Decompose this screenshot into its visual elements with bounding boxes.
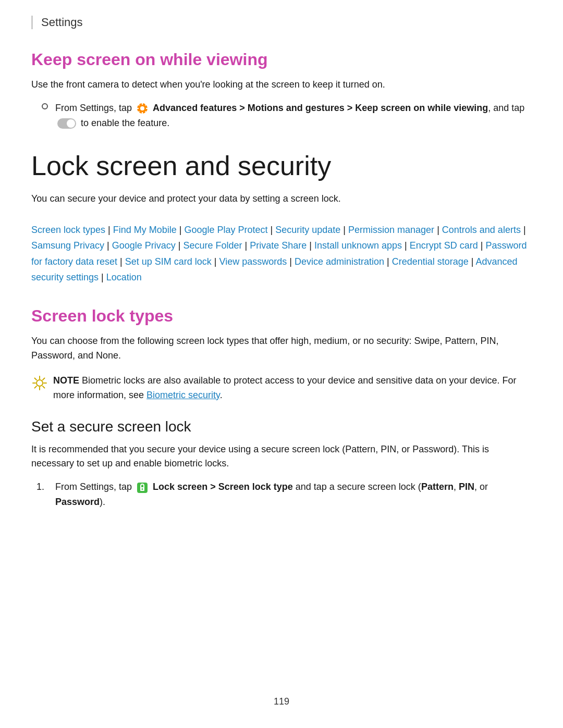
step1-prefix: From Settings, tap	[55, 482, 134, 492]
toc-security-update[interactable]: Security update	[275, 225, 340, 235]
keep-screen-bullet-list: From Settings, tap Advanced features > M…	[42, 101, 532, 131]
toc-permission-manager[interactable]: Permission manager	[348, 225, 434, 235]
set-secure-steps: From Settings, tap Lock screen > Screen …	[36, 479, 532, 510]
svg-line-8	[43, 386, 45, 388]
toc-screen-lock-types[interactable]: Screen lock types	[31, 225, 105, 235]
biometric-security-link[interactable]: Biometric security	[146, 390, 220, 400]
note-label: NOTE	[53, 375, 79, 386]
toc-google-privacy[interactable]: Google Privacy	[112, 240, 176, 251]
lock-screen-title: Lock screen and security	[31, 151, 532, 181]
note-content: NOTE Biometric locks are also available …	[53, 374, 532, 403]
set-secure-title: Set a secure screen lock	[31, 418, 532, 435]
toggle-icon	[57, 118, 76, 129]
svg-point-1	[140, 106, 144, 110]
section-keep-screen: Keep screen on while viewing Use the fro…	[31, 50, 532, 130]
toc-location[interactable]: Location	[106, 272, 142, 282]
keep-screen-title: Keep screen on while viewing	[31, 50, 532, 69]
toc-controls-alerts[interactable]: Controls and alerts	[442, 225, 521, 235]
page-title: Settings	[41, 16, 83, 29]
circle-bullet-icon	[42, 103, 48, 109]
sun-icon	[32, 376, 47, 390]
page-number: 119	[0, 696, 563, 707]
lock-screen-body: You can secure your device and protect y…	[31, 192, 532, 206]
keep-screen-body: Use the front camera to detect when you'…	[31, 78, 532, 92]
set-secure-step-text: From Settings, tap Lock screen > Screen …	[55, 479, 532, 510]
note-box: NOTE Biometric locks are also available …	[31, 374, 532, 403]
toc-private-share[interactable]: Private Share	[250, 240, 307, 251]
section-screen-lock-types: Screen lock types You can choose from th…	[31, 306, 532, 403]
toc-google-play-protect[interactable]: Google Play Protect	[185, 225, 268, 235]
toc-device-admin[interactable]: Device administration	[295, 256, 384, 267]
keep-screen-bullet-item: From Settings, tap Advanced features > M…	[42, 101, 532, 131]
note-sun-icon	[31, 375, 48, 391]
section-lock-screen: Lock screen and security You can secure …	[31, 151, 532, 206]
page-header: Settings	[31, 16, 532, 29]
screen-lock-types-body: You can choose from the following screen…	[31, 334, 532, 363]
svg-point-2	[36, 380, 43, 386]
gear-icon	[136, 102, 149, 115]
toc-view-passwords[interactable]: View passwords	[219, 256, 287, 267]
toc-samsung-privacy[interactable]: Samsung Privacy	[31, 240, 104, 251]
keep-screen-bullet-bold: Advanced features > Motions and gestures…	[153, 103, 488, 113]
note-body: Biometric locks are also available to pr…	[53, 375, 516, 400]
toc-secure-folder[interactable]: Secure Folder	[183, 240, 242, 251]
screen-lock-types-title: Screen lock types	[31, 306, 532, 326]
toc-find-my-mobile[interactable]: Find My Mobile	[113, 225, 177, 235]
svg-line-7	[35, 378, 37, 380]
set-secure-body: It is recommended that you secure your d…	[31, 442, 532, 472]
keep-screen-bullet-text: From Settings, tap Advanced features > M…	[55, 101, 532, 131]
section-set-secure: Set a secure screen lock It is recommend…	[31, 418, 532, 510]
svg-point-13	[142, 488, 143, 490]
step1-bold: Lock screen > Screen lock type	[153, 482, 293, 492]
toc-links: Screen lock types | Find My Mobile | Goo…	[31, 222, 532, 286]
toc-sim-card-lock[interactable]: Set up SIM card lock	[125, 256, 212, 267]
toc-encrypt-sd[interactable]: Encrypt SD card	[410, 240, 478, 251]
toc-credential-storage[interactable]: Credential storage	[392, 256, 469, 267]
svg-line-9	[43, 378, 45, 380]
svg-line-10	[35, 386, 37, 388]
set-secure-step-1: From Settings, tap Lock screen > Screen …	[36, 479, 532, 510]
lock-icon	[136, 482, 149, 494]
toc-install-unknown[interactable]: Install unknown apps	[314, 240, 402, 251]
